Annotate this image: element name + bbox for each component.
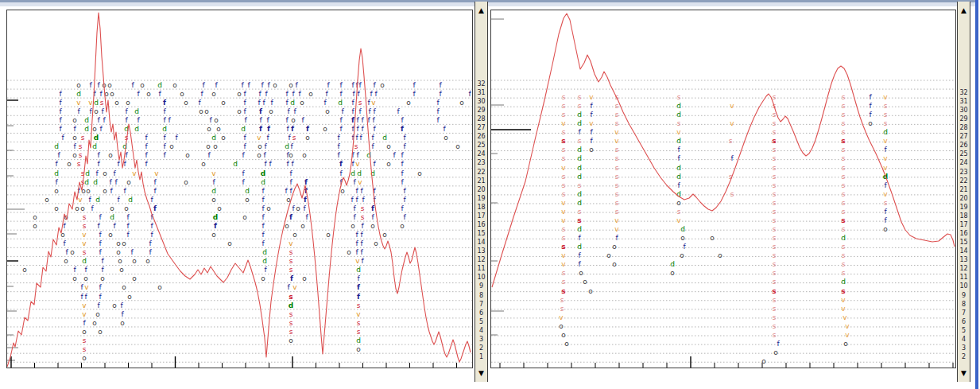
- svg-text:f: f: [358, 107, 362, 115]
- scale-number: 28: [958, 124, 970, 131]
- svg-text:f: f: [243, 142, 246, 150]
- scale-number: 11: [475, 265, 487, 272]
- svg-text:s: s: [578, 181, 582, 189]
- svg-text:s: s: [677, 208, 681, 216]
- svg-text:o: o: [710, 234, 715, 242]
- scale-number: 21: [475, 177, 487, 185]
- scroll-down-button[interactable]: ▼: [475, 369, 487, 377]
- svg-text:f: f: [261, 239, 265, 247]
- svg-text:f: f: [263, 151, 266, 159]
- svg-text:o: o: [114, 99, 119, 107]
- svg-text:v: v: [614, 128, 619, 136]
- svg-text:f: f: [367, 99, 370, 107]
- svg-text:s: s: [842, 225, 846, 233]
- svg-text:s: s: [773, 164, 777, 172]
- scale-number: 32: [958, 89, 970, 96]
- left-chart-plot[interactable]: offoofodoffffffoofffffffofffdffoofofofoo…: [6, 10, 473, 368]
- svg-text:o: o: [325, 107, 330, 115]
- svg-text:f: f: [95, 169, 99, 177]
- svg-text:f: f: [360, 248, 363, 256]
- svg-text:f: f: [401, 151, 404, 159]
- svg-text:f: f: [288, 134, 291, 142]
- svg-text:s: s: [841, 287, 845, 295]
- svg-text:o: o: [22, 266, 27, 274]
- svg-text:f: f: [244, 116, 247, 124]
- svg-text:s: s: [615, 146, 619, 154]
- svg-text:v: v: [211, 169, 216, 177]
- svg-text:s: s: [677, 119, 681, 127]
- svg-text:s: s: [842, 102, 846, 110]
- scale-number: 10: [958, 282, 970, 290]
- svg-text:s: s: [773, 234, 777, 242]
- scale-number: 19: [958, 204, 970, 211]
- svg-text:v: v: [561, 216, 566, 224]
- svg-text:f: f: [266, 134, 269, 142]
- svg-text:o: o: [670, 269, 675, 277]
- svg-text:o: o: [116, 239, 121, 247]
- scale-number: 6: [475, 309, 487, 317]
- svg-text:f: f: [397, 107, 400, 115]
- scroll-up-button[interactable]: ▲: [958, 6, 970, 14]
- scroll-down-button[interactable]: ▼: [958, 369, 970, 377]
- svg-text:s: s: [578, 102, 582, 110]
- svg-text:d: d: [382, 134, 387, 142]
- svg-text:o: o: [110, 204, 114, 212]
- svg-text:f: f: [262, 99, 265, 107]
- svg-text:s: s: [562, 146, 566, 154]
- svg-text:s: s: [361, 204, 365, 212]
- svg-text:f: f: [261, 204, 265, 212]
- svg-text:s: s: [292, 134, 296, 142]
- svg-text:s: s: [615, 119, 619, 127]
- svg-text:f: f: [367, 116, 370, 124]
- right-chart-plot[interactable]: sssvssssvsssvvvsssvvsssssvooossddfsdddds…: [490, 10, 956, 368]
- svg-text:f: f: [261, 222, 265, 230]
- svg-text:s: s: [773, 146, 777, 154]
- scale-number: 26: [958, 142, 970, 149]
- svg-text:s: s: [773, 260, 777, 268]
- svg-text:f: f: [63, 239, 66, 247]
- svg-text:s: s: [842, 146, 846, 154]
- svg-text:o: o: [216, 125, 221, 133]
- svg-text:f: f: [356, 151, 359, 159]
- svg-text:s: s: [842, 190, 846, 198]
- svg-text:f: f: [373, 81, 376, 89]
- scale-number: 9: [475, 282, 487, 290]
- scroll-up-button[interactable]: ▲: [475, 6, 487, 14]
- svg-text:s: s: [562, 181, 566, 189]
- svg-text:f: f: [356, 116, 359, 124]
- svg-text:f: f: [339, 90, 343, 98]
- svg-text:o: o: [302, 274, 307, 282]
- svg-text:f: f: [101, 107, 104, 115]
- svg-text:d: d: [85, 169, 90, 177]
- svg-text:v: v: [82, 231, 87, 239]
- svg-text:v: v: [676, 216, 681, 224]
- svg-text:v: v: [883, 190, 888, 198]
- svg-text:f: f: [355, 239, 358, 247]
- svg-text:f: f: [730, 154, 734, 162]
- svg-text:o: o: [417, 169, 422, 177]
- svg-text:s: s: [83, 213, 87, 221]
- svg-text:o: o: [292, 231, 297, 239]
- svg-text:o: o: [386, 142, 391, 150]
- svg-text:s: s: [357, 328, 361, 336]
- right-scale-column: ▲ 32313029282726252423222120191817161514…: [957, 2, 970, 382]
- svg-text:f: f: [403, 142, 406, 150]
- svg-text:f: f: [97, 151, 100, 159]
- svg-text:o: o: [103, 169, 107, 177]
- svg-text:o: o: [124, 204, 129, 212]
- svg-text:f: f: [361, 116, 364, 124]
- svg-text:d: d: [680, 225, 685, 233]
- svg-text:o: o: [589, 146, 594, 154]
- svg-text:f: f: [97, 116, 100, 124]
- svg-text:v: v: [561, 208, 566, 216]
- svg-text:d: d: [577, 225, 582, 233]
- svg-text:o: o: [83, 274, 88, 282]
- svg-text:f: f: [290, 142, 293, 150]
- scale-number: 13: [475, 247, 487, 255]
- scale-number: 3: [475, 336, 487, 343]
- svg-text:f: f: [84, 266, 87, 274]
- svg-text:o: o: [237, 90, 242, 98]
- svg-text:s: s: [842, 164, 846, 172]
- scale-number: 27: [475, 124, 487, 131]
- svg-text:o: o: [82, 354, 87, 362]
